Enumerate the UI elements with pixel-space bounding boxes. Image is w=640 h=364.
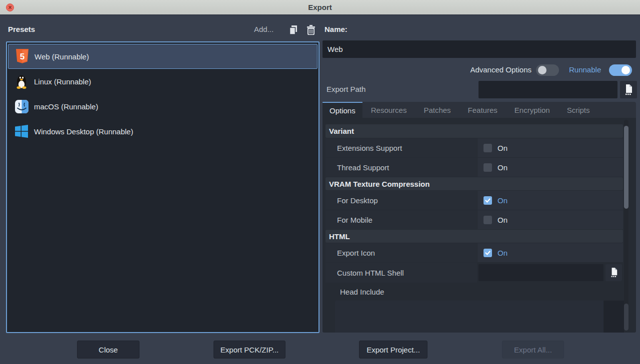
section-label: VRAM Texture Compression xyxy=(326,180,430,188)
checkbox-unchecked-icon[interactable] xyxy=(484,163,492,172)
file-icon xyxy=(624,84,633,95)
close-button[interactable]: Close xyxy=(77,341,140,359)
property-label: Extensions Support xyxy=(326,144,402,152)
tab-options[interactable]: Options xyxy=(322,102,362,118)
tab-resources[interactable]: Resources xyxy=(362,102,416,118)
export-all-button[interactable]: Export All... xyxy=(502,341,564,359)
title-bar: × Export xyxy=(0,0,640,15)
tab-scripts[interactable]: Scripts xyxy=(558,102,598,118)
options-inspector: Variant Extensions Support On Thread Sup… xyxy=(322,118,636,333)
linux-tux-icon xyxy=(14,74,28,89)
property-head-include: Head Include xyxy=(326,283,623,300)
presets-heading: Presets xyxy=(8,25,35,33)
property-for-desktop: For Desktop On xyxy=(326,191,623,210)
preset-label: Windows Desktop (Runnable) xyxy=(34,127,133,136)
tab-features[interactable]: Features xyxy=(460,102,506,118)
tab-patches[interactable]: Patches xyxy=(415,102,459,118)
checkbox-checked-icon[interactable] xyxy=(484,196,492,205)
section-label: HTML xyxy=(326,232,350,241)
checkbox-value-label: On xyxy=(498,144,508,152)
svg-text:5: 5 xyxy=(20,52,24,61)
property-label: Head Include xyxy=(340,288,384,296)
macos-finder-icon xyxy=(14,99,28,114)
name-heading: Name: xyxy=(324,25,348,33)
property-thread-support: Thread Support On xyxy=(326,158,623,177)
toggle-knob xyxy=(622,66,630,74)
section-variant: Variant xyxy=(326,124,623,138)
section-vram-texture-compression: VRAM Texture Compression xyxy=(326,177,623,190)
textarea-scrollbar-thumb[interactable] xyxy=(624,304,628,331)
preset-item-linux[interactable]: Linux (Runnable) xyxy=(8,69,318,94)
export-project-button[interactable]: Export Project... xyxy=(359,341,428,359)
duplicate-preset-button[interactable] xyxy=(288,24,298,35)
export-path-label: Export Path xyxy=(326,85,366,93)
checkbox-unchecked-icon[interactable] xyxy=(484,216,492,224)
export-path-browse-button[interactable] xyxy=(620,81,637,98)
property-label: Export Icon xyxy=(326,249,375,257)
delete-preset-button[interactable] xyxy=(306,24,316,35)
preset-item-macos[interactable]: macOS (Runnable) xyxy=(8,94,318,119)
add-preset-button[interactable]: Add... xyxy=(254,25,274,33)
head-include-scroll-track xyxy=(604,301,624,333)
export-path-input[interactable] xyxy=(478,81,618,98)
html5-icon: 5 xyxy=(15,49,29,64)
runnable-toggle[interactable] xyxy=(609,64,632,76)
custom-html-shell-input[interactable] xyxy=(478,264,604,281)
property-label: Custom HTML Shell xyxy=(326,269,404,277)
checkbox-value-label: On xyxy=(498,249,508,257)
advanced-options-toggle[interactable] xyxy=(536,64,559,76)
property-label: For Mobile xyxy=(326,216,372,224)
file-icon xyxy=(610,268,618,278)
property-label: Thread Support xyxy=(326,163,389,172)
checkbox-value-label: On xyxy=(498,196,508,205)
runnable-label: Runnable xyxy=(569,65,601,74)
custom-html-shell-browse-button[interactable] xyxy=(606,264,622,281)
export-tabs: Options Resources Patches Features Encry… xyxy=(322,102,636,118)
property-for-mobile: For Mobile On xyxy=(326,210,623,229)
checkbox-value-label: On xyxy=(498,163,508,172)
preset-name-input[interactable]: Web xyxy=(322,40,636,58)
preset-label: Web (Runnable) xyxy=(34,52,89,61)
export-dialog: × Export Presets Add... Name: xyxy=(0,0,640,364)
preset-label: macOS (Runnable) xyxy=(34,102,98,111)
windows-logo-icon xyxy=(14,124,28,139)
property-extensions-support: Extensions Support On xyxy=(326,138,623,157)
export-pck-zip-button[interactable]: Export PCK/ZIP... xyxy=(214,341,286,359)
property-custom-html-shell: Custom HTML Shell xyxy=(326,263,623,283)
toggle-knob xyxy=(538,66,546,74)
close-window-icon[interactable]: × xyxy=(6,3,14,11)
trash-icon xyxy=(306,25,316,35)
tab-encryption[interactable]: Encryption xyxy=(506,102,558,118)
preset-list: 5 Web (Runnable) Linux (Runnable) xyxy=(6,41,320,333)
duplicate-icon xyxy=(288,25,298,35)
preset-label: Linux (Runnable) xyxy=(34,77,91,86)
section-label: Variant xyxy=(326,127,354,135)
advanced-options-label: Advanced Options xyxy=(445,65,532,74)
window-title: Export xyxy=(308,3,332,11)
checkbox-value-label: On xyxy=(498,216,508,224)
checkbox-unchecked-icon[interactable] xyxy=(484,144,492,152)
preset-item-web[interactable]: 5 Web (Runnable) xyxy=(8,44,318,69)
preset-item-windows[interactable]: Windows Desktop (Runnable) xyxy=(8,119,318,144)
property-label: For Desktop xyxy=(326,196,378,205)
checkbox-checked-icon[interactable] xyxy=(484,249,492,257)
head-include-textarea[interactable] xyxy=(335,301,604,333)
inspector-scrollbar-thumb[interactable] xyxy=(624,126,628,209)
section-html: HTML xyxy=(326,230,623,243)
property-export-icon: Export Icon On xyxy=(326,243,623,262)
